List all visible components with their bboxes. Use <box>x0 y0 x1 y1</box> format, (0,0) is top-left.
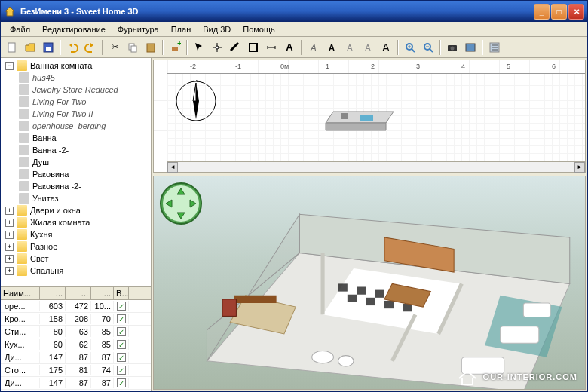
3d-view[interactable]: OUR-INTERIOR.COM <box>153 176 586 390</box>
plan-scrollbar[interactable]: ◄ ► <box>167 161 585 172</box>
col-height[interactable]: ... <box>91 287 114 299</box>
tree-item[interactable]: Living For Two II <box>2 108 149 120</box>
tree-item[interactable]: Душ <box>2 156 149 168</box>
watermark: OUR-INTERIOR.COM <box>456 368 577 386</box>
zoom-in-icon[interactable] <box>402 39 418 56</box>
tree-category[interactable]: +Спальня <box>2 265 149 277</box>
tree-item[interactable]: Унитаз <box>2 192 149 204</box>
ruler-vertical <box>154 74 167 161</box>
add-furniture-icon[interactable]: + <box>167 39 183 56</box>
table-row[interactable]: Сти...806385✓ <box>1 326 151 338</box>
tree-item[interactable]: Раковина <box>2 168 149 180</box>
checkbox[interactable]: ✓ <box>117 340 126 349</box>
catalog-tree[interactable]: −Ванная комната hus45Jewelry Store Reduc… <box>1 58 151 286</box>
svg-rect-41 <box>523 303 550 317</box>
scroll-right-icon[interactable]: ► <box>574 162 585 173</box>
tree-category[interactable]: +Двери и окна <box>2 204 149 216</box>
style2-icon[interactable]: A <box>360 39 376 56</box>
table-row[interactable]: Ди...1478787✓ <box>1 351 151 364</box>
scroll-left-icon[interactable]: ◄ <box>167 162 178 173</box>
zoom-out-icon[interactable] <box>420 39 436 56</box>
plan-canvas[interactable]: N <box>167 74 585 161</box>
style3-icon[interactable]: A <box>378 39 394 56</box>
table-row[interactable]: Кро...15820870✓ <box>1 313 151 326</box>
svg-rect-35 <box>403 304 412 311</box>
dimension-icon[interactable] <box>263 39 280 56</box>
checkbox[interactable]: ✓ <box>117 314 126 323</box>
svg-rect-21 <box>341 113 348 119</box>
tree-category[interactable]: +Жилая комната <box>2 216 149 228</box>
text-icon[interactable]: A <box>281 39 298 56</box>
tree-category[interactable]: +Кухня <box>2 228 149 240</box>
tree-item[interactable]: hus45 <box>2 72 149 84</box>
menu-help[interactable]: Помощь <box>237 23 281 35</box>
col-width[interactable]: ... <box>40 287 66 299</box>
table-row[interactable]: Сто...1758174✓ <box>1 364 151 377</box>
maximize-button[interactable]: □ <box>551 4 567 20</box>
svg-rect-39 <box>501 326 539 344</box>
tree-item[interactable]: Раковина -2- <box>2 180 149 192</box>
col-name[interactable]: Наим... <box>1 287 40 299</box>
svg-rect-43 <box>234 296 276 303</box>
svg-rect-0 <box>8 43 15 52</box>
cut-icon[interactable]: ✂ <box>106 39 123 56</box>
bold-icon[interactable]: A <box>323 39 340 56</box>
table-header[interactable]: Наим... ... ... ... В... <box>1 287 151 300</box>
close-button[interactable]: ✕ <box>568 4 584 20</box>
room-icon[interactable] <box>245 39 262 56</box>
item-icon <box>19 181 29 191</box>
paste-icon[interactable] <box>142 39 159 56</box>
tree-item[interactable]: Ванна -2- <box>2 144 149 156</box>
checkbox[interactable]: ✓ <box>117 378 126 387</box>
menu-plan[interactable]: План <box>165 23 198 35</box>
item-icon <box>19 145 29 155</box>
checkbox[interactable]: ✓ <box>117 302 126 311</box>
new-icon[interactable] <box>4 39 20 56</box>
redo-icon[interactable] <box>82 39 99 56</box>
col-visible[interactable]: В... <box>114 287 129 299</box>
checkbox[interactable]: ✓ <box>117 327 126 336</box>
table-row[interactable]: Кух...606285✓ <box>1 338 151 351</box>
open-icon[interactable] <box>22 39 38 56</box>
checkbox[interactable]: ✓ <box>117 366 126 375</box>
preferences-icon[interactable] <box>486 39 503 56</box>
menu-furniture[interactable]: Фурнитура <box>112 23 165 35</box>
item-icon <box>19 96 29 107</box>
pan-icon[interactable] <box>209 39 225 56</box>
app-icon <box>4 5 16 17</box>
text3d-icon[interactable]: A <box>305 39 322 56</box>
photo-icon[interactable] <box>462 39 479 56</box>
tree-item[interactable]: Living For Two <box>2 96 149 108</box>
col-depth[interactable]: ... <box>66 287 91 299</box>
folder-icon <box>17 205 27 216</box>
ruler-horizontal: -2 -1 0м 1 2 3 4 5 6 <box>167 60 585 74</box>
wall-icon[interactable] <box>227 39 243 56</box>
menu-file[interactable]: Файл <box>4 23 36 35</box>
table-row[interactable]: оре...60347210...✓ <box>1 300 151 313</box>
menu-edit[interactable]: Редактирование <box>36 23 112 35</box>
save-icon[interactable] <box>40 39 57 56</box>
item-icon <box>19 169 29 179</box>
tree-category[interactable]: +Свет <box>2 253 149 265</box>
style1-icon[interactable]: A <box>341 39 358 56</box>
compass-icon[interactable]: N <box>175 80 217 122</box>
svg-point-44 <box>312 351 334 363</box>
table-row[interactable]: Ди...1478787✓ <box>1 377 151 390</box>
menu-3dview[interactable]: Вид 3D <box>197 23 237 35</box>
tree-root[interactable]: −Ванная комната <box>2 60 149 72</box>
folder-icon <box>17 241 27 252</box>
checkbox[interactable]: ✓ <box>117 353 126 362</box>
minimize-button[interactable]: _ <box>534 4 550 20</box>
camera-icon[interactable] <box>444 39 461 56</box>
tree-item[interactable]: Jewelry Store Reduced <box>2 84 149 96</box>
select-icon[interactable] <box>191 39 207 56</box>
plan-view[interactable]: -2 -1 0м 1 2 3 4 5 6 N ◄ <box>153 60 586 173</box>
tree-category[interactable]: +Разное <box>2 240 149 253</box>
tree-item[interactable]: openhouse_berging <box>2 120 149 132</box>
titlebar: БезИмени 3 - Sweet Home 3D _ □ ✕ <box>1 1 587 22</box>
copy-icon[interactable] <box>124 39 141 56</box>
undo-icon[interactable] <box>64 39 81 56</box>
tree-item[interactable]: Ванна <box>2 132 149 144</box>
folder-icon <box>17 229 27 240</box>
plan-model-preview[interactable] <box>318 96 409 134</box>
